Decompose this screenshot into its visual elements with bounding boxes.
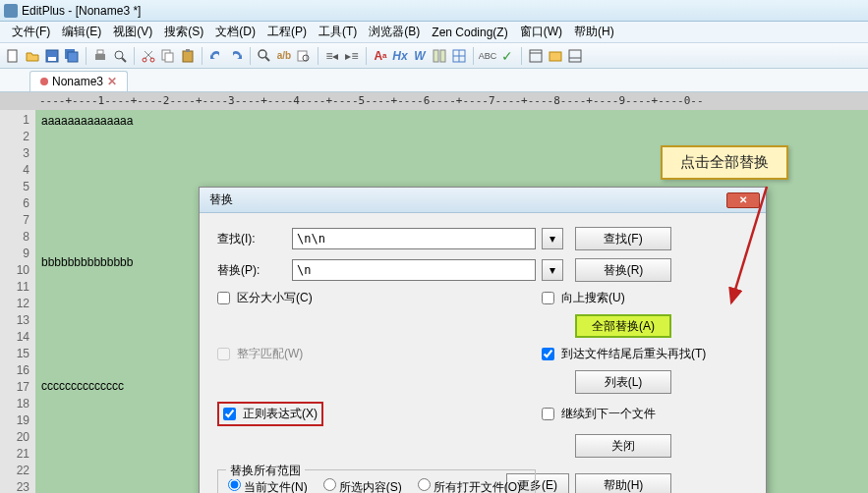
paste-icon[interactable] [179, 47, 197, 65]
cut-icon[interactable] [140, 47, 157, 65]
gutter: 1234567891011121314151617181920212223 [0, 110, 35, 493]
svg-rect-14 [186, 49, 190, 52]
grid-icon[interactable] [450, 47, 468, 65]
regex-label: 正则表达式(X) [243, 406, 318, 422]
indent-right-icon[interactable]: ▸≡ [343, 47, 361, 65]
scope-allopen-radio[interactable] [418, 478, 431, 491]
help-button[interactable]: 帮助(H) [575, 473, 671, 493]
dialog-title: 替换 [209, 192, 233, 208]
svg-line-16 [265, 57, 269, 61]
svg-rect-12 [165, 53, 173, 62]
tab-noname3[interactable]: Noname3 ✕ [29, 71, 128, 91]
upward-checkbox[interactable] [542, 292, 554, 304]
scope-selection[interactable]: 所选内容(S) [323, 478, 402, 493]
menu-browser[interactable]: 浏览器(B) [363, 22, 426, 42]
replace-input[interactable] [292, 259, 536, 281]
replace-label: 替换(P): [217, 262, 286, 279]
menu-search[interactable]: 搜索(S) [158, 22, 209, 42]
window-icon[interactable] [527, 47, 545, 65]
save-icon[interactable] [43, 47, 61, 65]
separator [521, 47, 522, 65]
find-button[interactable]: 查找(F) [575, 227, 671, 250]
continue-checkbox[interactable] [542, 408, 554, 420]
menu-view[interactable]: 视图(V) [107, 22, 158, 42]
wrap-label: 到达文件结尾后重头再找(T) [561, 346, 706, 362]
menu-edit[interactable]: 编辑(E) [56, 22, 107, 42]
menu-tool[interactable]: 工具(T) [313, 22, 363, 42]
replace-dialog: 替换 ✕ 查找(I): ▾ 查找(F) 替换(P): ▾ 替换(R) 区分大小写… [199, 187, 767, 493]
wholeword-label: 整字匹配(W) [237, 346, 303, 362]
menu-file[interactable]: 文件(F) [6, 22, 56, 42]
saveall-icon[interactable] [63, 47, 81, 65]
find-icon[interactable] [256, 47, 273, 65]
menu-document[interactable]: 文档(D) [209, 22, 261, 42]
find-history-dropdown[interactable]: ▾ [542, 228, 563, 249]
indent-left-icon[interactable]: ≡◂ [323, 47, 341, 65]
scope-current-radio[interactable] [228, 478, 241, 491]
svg-rect-17 [298, 51, 307, 61]
regex-checkbox[interactable] [223, 408, 236, 420]
replace-history-dropdown[interactable]: ▾ [542, 259, 563, 281]
menu-project[interactable]: 工程(P) [261, 22, 313, 42]
word-icon[interactable]: W [411, 47, 429, 65]
dialog-titlebar[interactable]: 替换 ✕ [200, 188, 766, 213]
scope-allopen[interactable]: 所有打开文件(O) [418, 478, 521, 493]
separator [473, 47, 474, 65]
toolbar: a/b ≡◂ ▸≡ Aa Hx W ABC ✓ [0, 43, 868, 69]
check-icon[interactable]: ✓ [498, 47, 516, 65]
font-icon[interactable]: Aa [372, 47, 389, 65]
copy-icon[interactable] [159, 47, 177, 65]
svg-rect-27 [569, 50, 581, 62]
print-icon[interactable] [91, 47, 109, 65]
output-icon[interactable] [566, 47, 584, 65]
find-input[interactable] [292, 228, 536, 249]
svg-rect-20 [440, 50, 445, 62]
open-icon[interactable] [24, 47, 41, 65]
menu-window[interactable]: 窗口(W) [514, 22, 568, 42]
regex-highlight: 正则表达式(X) [217, 402, 323, 426]
menubar: 文件(F) 编辑(E) 视图(V) 搜索(S) 文档(D) 工程(P) 工具(T… [0, 22, 868, 43]
separator [318, 47, 318, 65]
annotation-callout: 点击全部替换 [661, 145, 788, 180]
continue-label: 继续到下一个文件 [561, 406, 656, 422]
redo-icon[interactable] [227, 47, 245, 65]
tab-label: Noname3 [52, 75, 103, 88]
spell-icon[interactable]: ABC [479, 47, 496, 65]
new-icon[interactable] [4, 47, 22, 65]
column-icon[interactable] [431, 47, 448, 65]
dialog-close-button[interactable]: ✕ [726, 192, 760, 208]
menu-help[interactable]: 帮助(H) [568, 22, 620, 42]
separator [202, 47, 203, 65]
wholeword-checkbox [217, 348, 230, 360]
tabbar: Noname3 ✕ [0, 69, 868, 92]
window-title: EditPlus - [Noname3 *] [22, 4, 141, 18]
wrap-checkbox[interactable] [542, 348, 554, 360]
menu-zen[interactable]: Zen Coding(Z) [426, 24, 513, 41]
svg-rect-4 [68, 52, 78, 62]
undo-icon[interactable] [207, 47, 225, 65]
preview-icon[interactable] [111, 47, 129, 65]
svg-rect-24 [530, 50, 542, 62]
separator [366, 47, 367, 65]
scope-selection-radio[interactable] [323, 478, 336, 491]
replace-icon[interactable]: a/b [275, 47, 293, 65]
svg-point-7 [115, 51, 123, 59]
replace-button[interactable]: 替换(R) [575, 258, 671, 282]
hex-icon[interactable]: Hx [391, 47, 409, 65]
case-label: 区分大小写(C) [237, 290, 313, 306]
titlebar: EditPlus - [Noname3 *] [0, 0, 868, 22]
svg-rect-13 [183, 51, 193, 62]
replace-all-button[interactable]: 全部替换(A) [575, 314, 671, 338]
modified-icon [40, 78, 48, 85]
close-button[interactable]: 关闭 [575, 434, 671, 458]
svg-rect-26 [550, 52, 561, 61]
svg-rect-6 [97, 50, 103, 54]
separator [250, 47, 251, 65]
scope-current[interactable]: 当前文件(N) [228, 478, 308, 493]
case-checkbox[interactable] [217, 292, 230, 304]
separator [86, 47, 87, 65]
directory-icon[interactable] [547, 47, 564, 65]
tab-close-icon[interactable]: ✕ [107, 75, 117, 88]
list-button[interactable]: 列表(L) [575, 370, 671, 394]
findfiles-icon[interactable] [295, 47, 313, 65]
